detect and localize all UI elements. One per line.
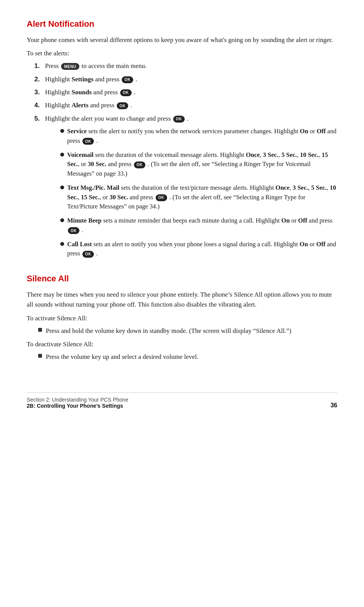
ok-btn-cl: OK [82,251,94,258]
footer-sub-label: 2B: Controlling Your Phone’s Settings [27,403,128,409]
deactivate-list: Press the volume key up and select a des… [27,352,337,362]
vm-once: Once [246,151,260,158]
textmsg-bold: Text Msg./Pic. Mail [67,184,119,191]
service-on: On [300,128,308,135]
ok-btn-4: OK [117,102,128,109]
step-1-text: Press MENU to access the main menu. [45,61,337,71]
menu-btn-1: MENU [61,63,79,70]
service-off: Off [317,128,326,135]
bullet-textmsg: Text Msg./Pic. Mail sets the duration of… [60,183,337,211]
ok-btn-2: OK [122,76,133,83]
step-2-bold: Settings [71,76,93,83]
ok-btn-5: OK [173,116,185,123]
minutebeep-bold: Minute Beep [67,217,101,224]
step-4: 4. Highlight Alerts and press OK . [34,100,337,110]
circle-dot-1 [60,129,64,133]
steps-list: 1. Press MENU to access the main menu. 2… [27,61,337,263]
step-3: 3. Highlight Sounds and press OK . [34,87,337,97]
bullet-calllost: Call Lost sets an alert to notify you wh… [60,240,337,259]
bullet-voicemail: Voicemail sets the duration of the voice… [60,150,337,179]
page-content: Alert Notification Your phone comes with… [27,19,337,409]
bullet-service-text: Service sets the alert to notify you whe… [67,127,337,146]
step-4-bold: Alerts [71,102,88,109]
to-activate-label: To activate Silence All: [27,315,337,322]
bullet-minutebeep-text: Minute Beep sets a minute reminder that … [67,216,337,235]
square-dot-1 [38,328,42,332]
bullet-service: Service sets the alert to notify you whe… [60,127,337,146]
ok-btn-tm: OK [156,194,167,201]
footer-left: Section 2: Understanding Your PCS Phone … [27,397,128,409]
bullet-textmsg-text: Text Msg./Pic. Mail sets the duration of… [67,183,337,211]
alert-section: Alert Notification Your phone comes with… [27,19,337,263]
circle-dot-2 [60,153,64,157]
footer: Section 2: Understanding Your PCS Phone … [27,392,337,409]
step-1-num: 1. [34,61,43,71]
ok-btn-mb: OK [68,227,79,234]
tm-30: 30 Sec. [110,194,128,201]
tm-5: 5 Sec. [311,184,327,191]
ok-btn-service: OK [82,138,94,145]
voicemail-bold: Voicemail [67,151,93,158]
silence-title: Silence All [27,274,337,284]
mb-off: Off [298,217,307,224]
service-bold: Service [67,128,87,135]
step-3-num: 3. [34,87,43,97]
activate-item: Press and hold the volume key down in st… [38,326,337,336]
tm-3: 3 Sec. [293,184,308,191]
step-3-bold: Sounds [71,89,92,96]
activate-text: Press and hold the volume key down in st… [46,326,337,336]
bullet-list: Service sets the alert to notify you whe… [45,127,337,258]
to-set-label: To set the alerts: [27,50,337,57]
silence-intro: There may be times when you need to sile… [27,290,337,310]
circle-dot-3 [60,186,64,189]
vm-30: 30 Sec. [88,160,106,168]
ok-btn-3: OK [120,89,132,96]
step-3-text: Highlight Sounds and press OK . [45,87,337,97]
silence-section: Silence All There may be times when you … [27,274,337,362]
deactivate-item: Press the volume key up and select a des… [38,352,337,362]
ok-btn-vm: OK [134,161,145,168]
vm-10: 10 Sec. [300,151,319,158]
step-5: 5. Highlight the alert you want to chang… [34,114,337,263]
bullet-minutebeep: Minute Beep sets a minute reminder that … [60,216,337,235]
to-deactivate-label: To deactivate Silence All: [27,341,337,348]
step-5-num: 5. [34,114,43,124]
vm-5: 5 Sec. [282,151,297,158]
square-dot-2 [38,354,42,358]
calllost-bold: Call Lost [67,241,92,248]
circle-dot-5 [60,242,64,246]
step-4-text: Highlight Alerts and press OK . [45,100,337,110]
mb-on: On [281,217,290,224]
step-4-num: 4. [34,100,43,110]
deactivate-text: Press the volume key up and select a des… [46,352,337,362]
alert-title: Alert Notification [27,19,337,29]
alert-intro: Your phone comes with several different … [27,35,337,45]
activate-list: Press and hold the volume key down in st… [27,326,337,336]
cl-on: On [300,241,308,248]
step-1: 1. Press MENU to access the main menu. [34,61,337,71]
circle-dot-4 [60,218,64,222]
cl-off: Off [316,241,325,248]
step-2-text: Highlight Settings and press OK . [45,74,337,84]
step-2-num: 2. [34,74,43,84]
step-2: 2. Highlight Settings and press OK . [34,74,337,84]
footer-section-label: Section 2: Understanding Your PCS Phone [27,397,128,403]
vm-3: 3 Sec. [263,151,278,158]
bullet-voicemail-text: Voicemail sets the duration of the voice… [67,150,337,179]
tm-15: 15 Sec. [81,194,100,201]
footer-page-num: 36 [330,402,337,409]
step-5-text: Highlight the alert you want to change a… [45,114,337,263]
bullet-calllost-text: Call Lost sets an alert to notify you wh… [67,240,337,259]
tm-once: Once [275,184,290,191]
